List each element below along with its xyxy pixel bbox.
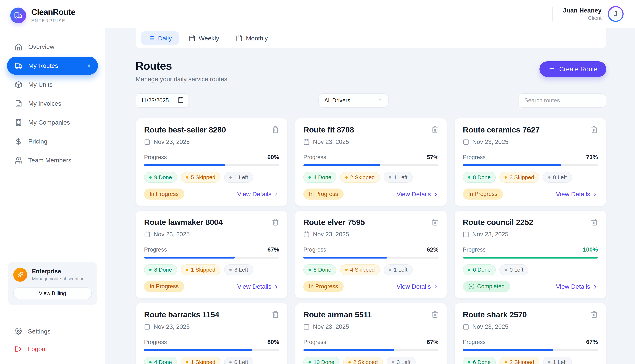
left-pill: 3 Left bbox=[386, 357, 416, 364]
tab-label: Weekly bbox=[199, 35, 219, 42]
route-grid: Route best-seller 8280 Nov 23, 2025 Prog… bbox=[136, 118, 606, 364]
sidebar-spacer bbox=[7, 170, 98, 262]
route-name: Route council 2252 bbox=[463, 218, 533, 227]
skipped-dot-icon bbox=[186, 176, 188, 178]
trash-icon[interactable] bbox=[590, 218, 598, 226]
skipped-count: 1 Skipped bbox=[191, 359, 215, 364]
skipped-dot-icon bbox=[345, 176, 348, 178]
sidebar-item-label: My Routes bbox=[28, 62, 58, 69]
left-dot-icon bbox=[389, 269, 391, 271]
view-details-link[interactable]: View Details bbox=[396, 190, 438, 198]
view-details-link[interactable]: View Details bbox=[556, 190, 598, 198]
avatar[interactable]: J bbox=[608, 6, 624, 22]
sidebar-item-settings[interactable]: Settings bbox=[7, 322, 98, 340]
skipped-dot-icon bbox=[504, 176, 507, 178]
status-badge: In Progress bbox=[144, 188, 184, 200]
view-tabs: Daily Weekly Monthly bbox=[136, 28, 606, 48]
stop-count-pills: 8 Done 1 Skipped 3 Left bbox=[144, 264, 279, 275]
sidebar-item-team-members[interactable]: Team Members bbox=[7, 151, 98, 170]
skipped-count: 2 Skipped bbox=[510, 359, 534, 364]
tab-monthly[interactable]: Monthly bbox=[228, 31, 275, 45]
app-window: CleanRoute ENTERPRISE Overview My Routes… bbox=[0, 0, 635, 364]
progress-fill bbox=[144, 257, 235, 258]
left-dot-icon bbox=[392, 361, 394, 364]
plan-card: Enterprise Manage your subscription View… bbox=[8, 262, 97, 305]
user-role: Client bbox=[563, 15, 602, 21]
trash-icon[interactable] bbox=[590, 126, 598, 134]
done-dot-icon bbox=[468, 361, 470, 364]
trash-icon[interactable] bbox=[590, 311, 598, 318]
done-count: 8 Done bbox=[314, 266, 331, 273]
date-input[interactable]: 11/23/2025 bbox=[136, 93, 189, 108]
progress-percent: 100% bbox=[583, 246, 598, 253]
sidebar-item-pricing[interactable]: Pricing bbox=[7, 132, 98, 150]
active-dot bbox=[88, 64, 90, 67]
route-date-row: Nov 23, 2025 bbox=[144, 231, 279, 238]
trash-icon[interactable] bbox=[272, 126, 279, 134]
done-dot-icon bbox=[468, 176, 470, 178]
calendar-icon bbox=[144, 139, 150, 145]
left-dot-icon bbox=[504, 269, 507, 271]
progress-row: Progress 67% bbox=[463, 339, 598, 346]
route-card: Route elver 7595 Nov 23, 2025 Progress 6… bbox=[295, 210, 447, 298]
sidebar-item-label: Pricing bbox=[28, 138, 48, 145]
left-count: 3 Left bbox=[234, 266, 248, 273]
progress-percent: 67% bbox=[427, 339, 438, 346]
driver-select-value: All Drivers bbox=[324, 97, 350, 104]
view-billing-button[interactable]: View Billing bbox=[13, 287, 92, 299]
sidebar-item-my-units[interactable]: My Units bbox=[7, 76, 98, 94]
route-card: Route council 2252 Nov 23, 2025 Progress… bbox=[454, 210, 606, 298]
done-pill: 4 Done bbox=[144, 357, 177, 364]
driver-select[interactable]: All Drivers bbox=[318, 93, 388, 108]
done-pill: 8 Done bbox=[303, 264, 336, 275]
left-dot-icon bbox=[229, 176, 232, 178]
view-details-link[interactable]: View Details bbox=[556, 283, 598, 290]
progress-percent: 80% bbox=[267, 339, 279, 346]
search-input[interactable] bbox=[520, 97, 604, 104]
route-date-row: Nov 23, 2025 bbox=[144, 138, 279, 145]
sidebar-item-my-routes[interactable]: My Routes bbox=[7, 56, 98, 75]
progress-row: Progress 73% bbox=[463, 154, 598, 160]
done-dot-icon bbox=[308, 176, 311, 178]
route-date: Nov 23, 2025 bbox=[154, 138, 190, 145]
trash-icon[interactable] bbox=[431, 126, 438, 134]
view-details-label: View Details bbox=[556, 190, 590, 198]
route-card-footer: In Progress View Details bbox=[303, 276, 438, 292]
sidebar-item-overview[interactable]: Overview bbox=[7, 38, 98, 56]
sidebar-item-logout[interactable]: Logout bbox=[7, 340, 98, 358]
trash-icon[interactable] bbox=[272, 218, 279, 226]
tab-weekly[interactable]: Weekly bbox=[182, 31, 226, 45]
check-circle-icon bbox=[468, 283, 474, 290]
view-details-link[interactable]: View Details bbox=[396, 283, 438, 290]
topbar: Juan Heaney Client J bbox=[105, 0, 635, 28]
create-route-button[interactable]: Create Route bbox=[540, 61, 606, 77]
done-count: 4 Done bbox=[314, 174, 331, 180]
trash-icon[interactable] bbox=[431, 311, 438, 318]
plan-subtitle: Manage your subscription bbox=[32, 276, 84, 282]
progress-track bbox=[303, 164, 438, 166]
sidebar-item-label: My Companies bbox=[28, 119, 70, 126]
route-card-header: Route ceramics 7627 bbox=[463, 125, 598, 134]
sidebar-item-label: My Units bbox=[28, 81, 52, 88]
route-name: Route lawmaker 8004 bbox=[144, 218, 223, 227]
sidebar-item-my-invoices[interactable]: My Invoices bbox=[7, 94, 98, 113]
progress-track bbox=[303, 349, 438, 351]
progress-fill bbox=[303, 349, 394, 351]
sidebar-nav: Overview My Routes My Units My Invoices … bbox=[7, 38, 98, 170]
calendar-icon bbox=[178, 97, 184, 104]
trash-icon[interactable] bbox=[272, 311, 279, 318]
left-pill: 0 Left bbox=[500, 264, 528, 275]
view-details-link[interactable]: View Details bbox=[237, 190, 279, 198]
trash-icon[interactable] bbox=[431, 218, 438, 226]
view-details-label: View Details bbox=[237, 190, 272, 198]
route-card: Route barracks 1154 Nov 23, 2025 Progres… bbox=[136, 303, 288, 364]
view-details-link[interactable]: View Details bbox=[237, 283, 279, 290]
chevron-right-icon bbox=[592, 284, 598, 290]
route-card-footer: Completed View Details bbox=[463, 276, 598, 292]
done-count: 6 Done bbox=[473, 359, 491, 364]
done-count: 4 Done bbox=[154, 359, 172, 364]
progress-label: Progress bbox=[303, 339, 326, 346]
tab-daily[interactable]: Daily bbox=[141, 31, 179, 45]
topbar-separator bbox=[552, 7, 553, 21]
sidebar-item-my-companies[interactable]: My Companies bbox=[7, 113, 98, 132]
